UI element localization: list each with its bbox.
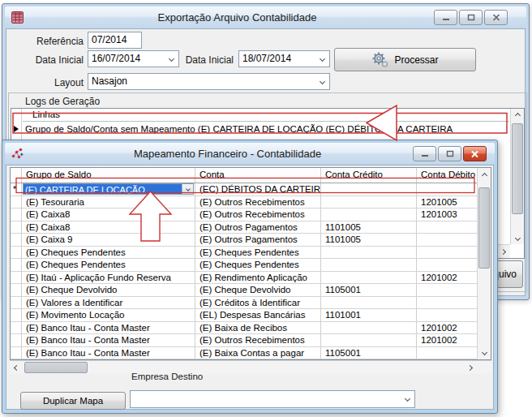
table-row[interactable]: (E) Caixa 9(E) Outros Pagamentos1101005	[11, 234, 477, 247]
table-row[interactable]: (E) Banco Itau - Conta Master(E) Baixa C…	[11, 347, 477, 360]
cell-grupo-de-saldo[interactable]: (E) Cheques Pendentes	[22, 259, 195, 272]
cell-conta-credito[interactable]: 1101001	[321, 309, 417, 322]
cell-grupo-de-saldo[interactable]: (E) Banco Itau - Conta Master	[22, 322, 195, 335]
table-row[interactable]: (E) Tesouraria(E) Outros Recebimentos120…	[11, 196, 477, 209]
table-row[interactable]: (E) Itaú - Aplicação Fundo Reserva(E) Re…	[11, 272, 477, 285]
cell-conta-credito[interactable]	[321, 196, 417, 209]
cell-conta-debito[interactable]	[417, 284, 477, 297]
dialog-minimize-button[interactable]	[413, 146, 436, 161]
cell-conta-debito[interactable]: 1201005	[417, 196, 477, 209]
cell-conta[interactable]: (E) Créditos à Identificar	[195, 297, 321, 310]
cell-grupo-de-saldo[interactable]: (E) Caixa 9	[22, 234, 195, 247]
cell-conta[interactable]: (E) Cheques Pendentes	[195, 259, 321, 272]
cell-conta-debito[interactable]	[417, 297, 477, 310]
cell-conta-debito[interactable]	[417, 347, 477, 360]
table-horizontal-scrollbar[interactable]	[10, 360, 491, 374]
cell-conta-debito[interactable]	[417, 309, 477, 322]
cell-conta-credito[interactable]	[321, 259, 417, 272]
cell-conta-credito[interactable]	[321, 334, 417, 347]
scroll-right-button[interactable]	[463, 361, 477, 374]
scroll-down-button[interactable]	[511, 231, 525, 244]
column-header-conta-credito[interactable]: Conta Crédito	[321, 168, 417, 183]
grupo-saldo-combobox[interactable]: (E) CARTEIRA DE LOCAÇÃO	[23, 183, 194, 195]
table-row[interactable]: (E) Cheques Pendentes(E) Cheques Pendent…	[11, 247, 477, 260]
cell-conta[interactable]: (E) Outros Recebimentos	[195, 334, 321, 347]
main-titlebar[interactable]: Exportação Arquivo Contabilidade	[5, 6, 526, 28]
cell-grupo-de-saldo[interactable]: (E) CARTEIRA DE LOCAÇÃO	[22, 183, 195, 196]
cell-conta[interactable]: (E) Outros Pagamentos	[195, 221, 321, 234]
cell-conta-credito[interactable]: 1105001	[321, 347, 417, 360]
table-row[interactable]: *(E) CARTEIRA DE LOCAÇÃO(EC) DÉBITOS DA …	[11, 183, 477, 196]
log-row[interactable]: Grupo de Saldo/Conta sem Mapeamento (E) …	[23, 123, 509, 136]
minimize-button[interactable]	[434, 10, 457, 25]
column-header-conta-debito[interactable]: Conta Débito	[417, 168, 477, 183]
scrollbar-thumb[interactable]	[512, 123, 523, 214]
cell-conta-debito[interactable]	[417, 234, 477, 247]
scrollbar-thumb[interactable]	[24, 362, 88, 373]
cell-conta[interactable]: (E) Outros Pagamentos	[195, 234, 321, 247]
table-row[interactable]: (E) Caixa8(E) Outros Pagamentos1101005	[11, 221, 477, 234]
empresa-destino-combobox[interactable]	[130, 390, 415, 408]
column-header-grupo-de-saldo[interactable]: Grupo de Saldo	[22, 168, 195, 183]
column-header-conta[interactable]: Conta	[195, 168, 321, 183]
table-row[interactable]: (E) Valores a Identificar(E) Créditos à …	[11, 297, 477, 310]
cell-conta-debito[interactable]	[417, 259, 477, 272]
cell-conta-credito[interactable]	[321, 208, 417, 221]
cell-grupo-de-saldo[interactable]: (E) Valores a Identificar	[22, 297, 195, 310]
cell-conta-debito[interactable]	[417, 221, 477, 234]
close-button[interactable]	[484, 10, 508, 25]
scroll-down-button[interactable]	[478, 346, 491, 359]
table-vertical-scrollbar[interactable]	[477, 168, 491, 359]
cell-grupo-de-saldo[interactable]: (E) Cheques Pendentes	[22, 247, 195, 260]
cell-conta[interactable]: (EL) Despesas Bancárias	[195, 309, 321, 322]
cell-conta[interactable]: (E) Cheques Pendentes	[195, 247, 321, 260]
cell-conta[interactable]: (E) Baixa de Recibos	[195, 322, 321, 335]
cell-conta-debito[interactable]: 1201003	[417, 208, 477, 221]
cell-conta-debito[interactable]	[417, 247, 477, 260]
cell-grupo-de-saldo[interactable]: (E) Caixa8	[22, 208, 195, 221]
cell-conta-debito[interactable]	[417, 183, 477, 196]
cell-conta-credito[interactable]	[321, 183, 417, 196]
duplicar-mapa-button[interactable]: Duplicar Mapa	[20, 392, 126, 410]
cell-conta[interactable]: (E) Cheque Devolvido	[195, 284, 321, 297]
scrollbar-thumb[interactable]	[478, 187, 490, 269]
maximize-button[interactable]	[459, 10, 483, 25]
table-row[interactable]: (E) Cheque Devolvido(E) Cheque Devolvido…	[11, 284, 477, 297]
table-row[interactable]: (E) Movimento Locação(EL) Despesas Bancá…	[11, 309, 477, 322]
cell-conta-credito[interactable]: 1101005	[321, 221, 417, 234]
cell-conta[interactable]: (E) Outros Recebimentos	[195, 196, 321, 209]
table-row[interactable]: (E) Caixa8(E) Outros Recebimentos1201003	[11, 208, 477, 221]
dialog-maximize-button[interactable]	[438, 146, 461, 161]
cell-grupo-de-saldo[interactable]: (E) Cheque Devolvido	[22, 284, 195, 297]
cell-conta-credito[interactable]	[321, 247, 417, 260]
cell-conta-credito[interactable]	[321, 322, 417, 335]
logs-vertical-scrollbar[interactable]	[510, 109, 524, 244]
scroll-right-button[interactable]	[496, 245, 510, 258]
data-inicial-2-combobox[interactable]: 18/07/2014	[238, 50, 330, 67]
cell-grupo-de-saldo[interactable]: (E) Tesouraria	[22, 196, 195, 209]
cell-conta[interactable]: (E) Baixa Contas a pagar	[195, 347, 321, 360]
cell-conta-credito[interactable]: 1105001	[321, 284, 417, 297]
cell-grupo-de-saldo[interactable]: (E) Banco Itau - Conta Master	[22, 334, 195, 347]
cell-grupo-de-saldo[interactable]: (E) Movimento Locação	[22, 309, 195, 322]
combobox-dropdown-button[interactable]	[182, 184, 193, 194]
layout-combobox[interactable]: Nasajon	[88, 73, 330, 90]
cell-grupo-de-saldo[interactable]: (E) Banco Itau - Conta Master	[22, 347, 195, 360]
scroll-up-button[interactable]	[478, 169, 491, 182]
cell-conta-credito[interactable]	[321, 297, 417, 310]
table-row[interactable]: (E) Banco Itau - Conta Master(E) Outros …	[11, 334, 477, 347]
cell-conta[interactable]: (EC) DÉBITOS DA CARTEIRA	[195, 183, 321, 196]
cell-grupo-de-saldo[interactable]: (E) Caixa8	[22, 221, 195, 234]
cell-conta[interactable]: (E) Rendimento Aplicação	[195, 272, 321, 285]
table-row[interactable]: (E) Cheques Pendentes(E) Cheques Pendent…	[11, 259, 477, 272]
cell-conta-debito[interactable]: 1201002	[417, 334, 477, 347]
dialog-titlebar[interactable]: Mapeamento Financeiro - Contabilidade	[5, 143, 495, 164]
cell-conta[interactable]: (E) Outros Recebimentos	[195, 208, 321, 221]
table-row[interactable]: (E) Banco Itau - Conta Master(E) Baixa d…	[11, 322, 477, 335]
cell-conta-debito[interactable]: 1201002	[417, 272, 477, 285]
cell-grupo-de-saldo[interactable]: (E) Itaú - Aplicação Fundo Reserva	[22, 272, 195, 285]
dialog-close-button[interactable]	[463, 146, 487, 161]
cell-conta-credito[interactable]	[321, 272, 417, 285]
processar-button[interactable]: Processar	[334, 48, 476, 71]
cell-conta-credito[interactable]: 1101005	[321, 234, 417, 247]
